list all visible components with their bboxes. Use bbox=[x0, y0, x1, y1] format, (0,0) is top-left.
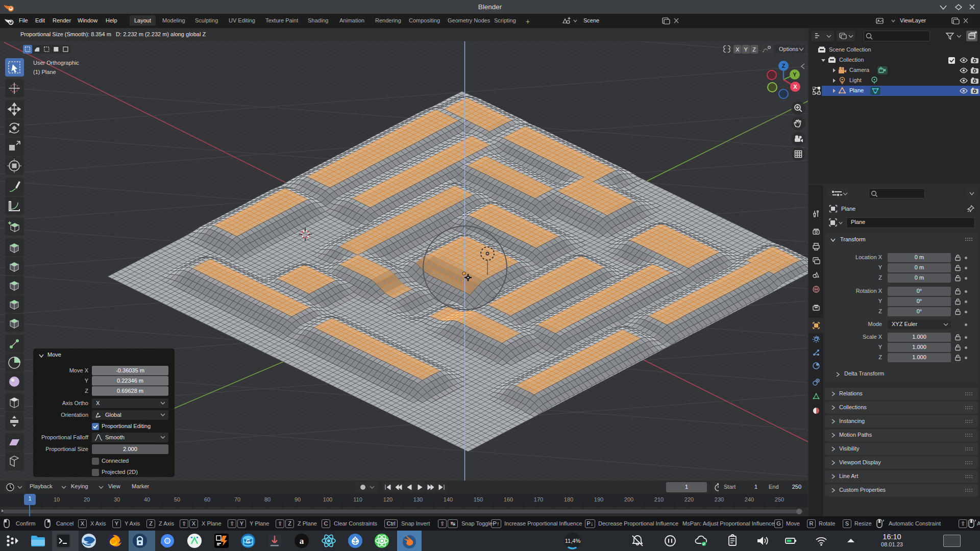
svg-text:Z: Z bbox=[782, 63, 786, 69]
svg-text:Y: Y bbox=[744, 46, 748, 53]
svg-text:Z: Z bbox=[752, 46, 756, 53]
svg-text:User Orthographic: User Orthographic bbox=[33, 60, 79, 66]
svg-text:a: a bbox=[300, 536, 304, 546]
svg-text:G: G bbox=[246, 539, 250, 544]
svg-text:(1) Plane: (1) Plane bbox=[33, 69, 56, 75]
svg-text:Y: Y bbox=[793, 71, 797, 78]
svg-text:X: X bbox=[736, 46, 740, 53]
svg-text:11,4%: 11,4% bbox=[565, 538, 581, 544]
svg-text:X: X bbox=[793, 84, 797, 90]
svg-text:Options: Options bbox=[779, 46, 798, 52]
